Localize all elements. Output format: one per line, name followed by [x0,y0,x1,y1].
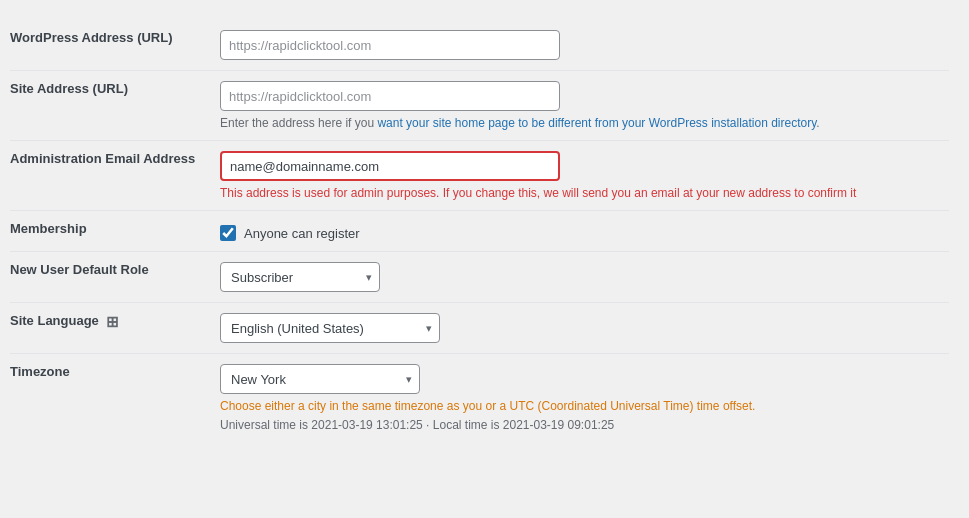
membership-label: Membership [10,221,87,236]
membership-row: Membership Anyone can register [10,211,949,252]
site-language-select[interactable]: English (United States) English (UK) Spa… [220,313,440,343]
wordpress-url-row: WordPress Address (URL) [10,20,949,71]
anyone-register-checkbox[interactable] [220,225,236,241]
site-language-label: Site Language [10,313,99,328]
new-user-role-select[interactable]: Subscriber Contributor Author Editor Adm… [220,262,380,292]
timezone-select[interactable]: New York Los Angeles Chicago Denver Lond… [220,364,420,394]
wordpress-url-label: WordPress Address (URL) [10,30,173,45]
timezone-helper: Choose either a city in the same timezon… [220,399,939,413]
admin-email-row: Administration Email Address This addres… [10,141,949,211]
admin-email-input[interactable] [220,151,560,181]
admin-email-label: Administration Email Address [10,151,195,166]
settings-table: WordPress Address (URL) Site Address (UR… [10,20,949,442]
settings-page: WordPress Address (URL) Site Address (UR… [0,0,969,462]
new-user-role-select-wrap: Subscriber Contributor Author Editor Adm… [220,262,380,292]
wordpress-url-input[interactable] [220,30,560,60]
site-language-row: Site Language ⊞ English (United States) … [10,303,949,354]
timezone-select-wrap: New York Los Angeles Chicago Denver Lond… [220,364,420,394]
universal-time-text: Universal time is 2021-03-19 13:01:25 · … [220,418,939,432]
new-user-role-label: New User Default Role [10,262,149,277]
site-url-row: Site Address (URL) Enter the address her… [10,71,949,141]
site-url-label: Site Address (URL) [10,81,128,96]
membership-checkbox-row: Anyone can register [220,225,939,241]
site-url-input[interactable] [220,81,560,111]
timezone-row: Timezone New York Los Angeles Chicago De… [10,354,949,443]
timezone-label: Timezone [10,364,70,379]
translate-icon: ⊞ [106,313,119,330]
new-user-role-row: New User Default Role Subscriber Contrib… [10,252,949,303]
site-url-helper: Enter the address here if you want your … [220,116,939,130]
site-language-select-wrap: English (United States) English (UK) Spa… [220,313,440,343]
anyone-register-label[interactable]: Anyone can register [244,226,360,241]
admin-email-helper: This address is used for admin purposes.… [220,186,939,200]
site-url-helper-link[interactable]: want your site home page to be different… [377,116,816,130]
